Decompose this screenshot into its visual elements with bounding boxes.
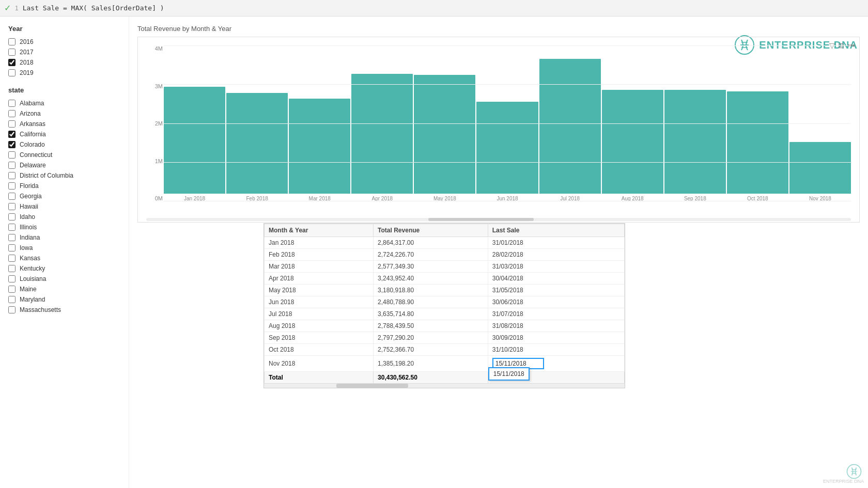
state-filter-item-delaware[interactable]: Delaware xyxy=(8,160,120,170)
state-filter-item-massachusetts[interactable]: Massachusetts xyxy=(8,305,120,315)
bar-jun-2018[interactable] xyxy=(476,102,538,194)
bar-sep-2018[interactable] xyxy=(664,90,726,194)
table-col-header: Last Sale xyxy=(488,224,624,237)
state-filter-item-arkansas[interactable]: Arkansas xyxy=(8,119,120,129)
state-label-kentucky: Kentucky xyxy=(20,265,45,272)
state-filter-item-idaho[interactable]: Idaho xyxy=(8,212,120,222)
bar-nov-2018[interactable] xyxy=(789,142,851,194)
year-checkbox-2017[interactable] xyxy=(8,49,16,56)
bar-group-sep-2018[interactable]: Sep 2018 xyxy=(664,45,726,201)
state-checkbox-delaware[interactable] xyxy=(8,162,16,169)
year-checkbox-2016[interactable] xyxy=(8,38,16,45)
state-filter-item-district-of-columbia[interactable]: District of Columbia xyxy=(8,170,120,181)
formula-check-icon[interactable]: ✓ xyxy=(4,3,11,13)
state-checkbox-idaho[interactable] xyxy=(8,213,16,221)
state-checkbox-maryland[interactable] xyxy=(8,296,16,303)
year-filter-item-2016[interactable]: 2016 xyxy=(8,37,120,47)
state-filter-item-alabama[interactable]: Alabama xyxy=(8,98,120,108)
state-filter-item-california[interactable]: California xyxy=(8,129,120,139)
sidebar: Year 2016201720182019 state AlabamaArizo… xyxy=(0,17,129,488)
bottom-resize-handle[interactable] xyxy=(264,384,625,388)
right-resize-handle[interactable] xyxy=(621,224,625,388)
bar-apr-2018[interactable] xyxy=(351,74,413,194)
bar-group-mar-2018[interactable]: Mar 2018 xyxy=(289,45,350,201)
state-checkbox-maine[interactable] xyxy=(8,286,16,293)
bar-group-feb-2018[interactable]: Feb 2018 xyxy=(226,45,288,201)
state-filter-item-louisiana[interactable]: Louisiana xyxy=(8,274,120,284)
state-label-georgia: Georgia xyxy=(20,193,42,200)
bar-group-jan-2018[interactable]: Jan 2018 xyxy=(164,45,225,201)
state-filter-item-kentucky[interactable]: Kentucky xyxy=(8,263,120,274)
state-checkbox-district-of-columbia[interactable] xyxy=(8,172,16,179)
bar-feb-2018[interactable] xyxy=(226,93,288,194)
state-checkbox-iowa[interactable] xyxy=(8,244,16,251)
data-table: Month & YearTotal RevenueLast Sale Jan 2… xyxy=(264,224,625,384)
state-filter-item-indiana[interactable]: Indiana xyxy=(8,232,120,243)
bar-group-oct-2018[interactable]: Oct 2018 xyxy=(727,45,788,201)
bar-jul-2018[interactable] xyxy=(539,59,601,194)
horizontal-scrollbar[interactable] xyxy=(146,218,851,221)
state-checkbox-louisiana[interactable] xyxy=(8,275,16,282)
year-checkbox-2018[interactable] xyxy=(8,59,16,66)
cell-revenue: 3,180,918.80 xyxy=(374,285,488,296)
year-checkbox-2019[interactable] xyxy=(8,69,16,76)
state-checkbox-kansas[interactable] xyxy=(8,255,16,262)
state-filter-item-arizona[interactable]: Arizona xyxy=(8,108,120,119)
state-filter-item-illinois[interactable]: Illinois xyxy=(8,222,120,232)
bar-group-nov-2018[interactable]: Nov 2018 xyxy=(789,45,851,201)
bar-aug-2018[interactable] xyxy=(602,90,663,194)
state-checkbox-indiana[interactable] xyxy=(8,234,16,241)
cell-last-sale: 15/11/2018 xyxy=(488,356,624,372)
state-filter-item-maine[interactable]: Maine xyxy=(8,284,120,294)
state-filter-item-hawaii[interactable]: Hawaii xyxy=(8,201,120,212)
bar-group-apr-2018[interactable]: Apr 2018 xyxy=(351,45,413,201)
year-filter-item-2017[interactable]: 2017 xyxy=(8,47,120,57)
table-row: Mar 20182,577,349.3031/03/2018 xyxy=(265,261,625,273)
state-filter-item-maryland[interactable]: Maryland xyxy=(8,294,120,305)
horizontal-scrollbar-thumb[interactable] xyxy=(428,218,534,221)
state-filter-item-georgia[interactable]: Georgia xyxy=(8,191,120,201)
bar-group-may-2018[interactable]: May 2018 xyxy=(414,45,475,201)
state-label-kansas: Kansas xyxy=(20,255,40,262)
expand-icon[interactable]: ⊞ xyxy=(838,41,844,50)
left-resize-handle[interactable] xyxy=(264,224,268,388)
table-row: Apr 20183,243,952.4030/04/2018 xyxy=(265,273,625,285)
bar-oct-2018[interactable] xyxy=(727,91,788,194)
year-label-2016: 2016 xyxy=(20,38,34,45)
state-filter-item-connecticut[interactable]: Connecticut xyxy=(8,150,120,160)
state-checkbox-connecticut[interactable] xyxy=(8,151,16,159)
state-checkbox-georgia[interactable] xyxy=(8,193,16,200)
filter-icon[interactable]: ▽ xyxy=(829,41,835,50)
state-checkbox-california[interactable] xyxy=(8,131,16,138)
state-checkbox-kentucky[interactable] xyxy=(8,265,16,272)
cell-last-sale: 31/03/2018 xyxy=(488,261,624,273)
bar-group-jun-2018[interactable]: Jun 2018 xyxy=(476,45,538,201)
cell-revenue: 2,752,366.70 xyxy=(374,344,488,356)
table-row: May 20183,180,918.8031/05/2018 xyxy=(265,285,625,296)
state-checkbox-massachusetts[interactable] xyxy=(8,306,16,313)
state-label-district-of-columbia: District of Columbia xyxy=(20,172,73,179)
bar-group-jul-2018[interactable]: Jul 2018 xyxy=(539,45,601,201)
year-filter-item-2019[interactable]: 2019 xyxy=(8,68,120,78)
state-filter-item-iowa[interactable]: Iowa xyxy=(8,243,120,253)
table-total-row: Total30,430,562.5015/11/2018 xyxy=(265,372,625,384)
state-checkbox-colorado[interactable] xyxy=(8,141,16,148)
state-checkbox-florida[interactable] xyxy=(8,182,16,190)
state-filter-item-colorado[interactable]: Colorado xyxy=(8,139,120,150)
year-filter-item-2018[interactable]: 2018 xyxy=(8,57,120,68)
state-filter-item-florida[interactable]: Florida xyxy=(8,181,120,191)
state-checkbox-illinois[interactable] xyxy=(8,224,16,231)
state-filter-item-kansas[interactable]: Kansas xyxy=(8,253,120,263)
bar-jan-2018[interactable] xyxy=(164,87,225,194)
state-label-california: California xyxy=(20,131,46,138)
state-checkbox-arizona[interactable] xyxy=(8,110,16,117)
more-icon[interactable]: ••• xyxy=(847,41,855,50)
bar-may-2018[interactable] xyxy=(414,75,475,194)
state-checkbox-arkansas[interactable] xyxy=(8,120,16,128)
bar-group-aug-2018[interactable]: Aug 2018 xyxy=(602,45,663,201)
bar-label: Jul 2018 xyxy=(560,196,580,201)
table-col-header: Month & Year xyxy=(265,224,374,237)
bar-mar-2018[interactable] xyxy=(289,99,350,194)
state-checkbox-alabama[interactable] xyxy=(8,100,16,107)
state-checkbox-hawaii[interactable] xyxy=(8,203,16,210)
